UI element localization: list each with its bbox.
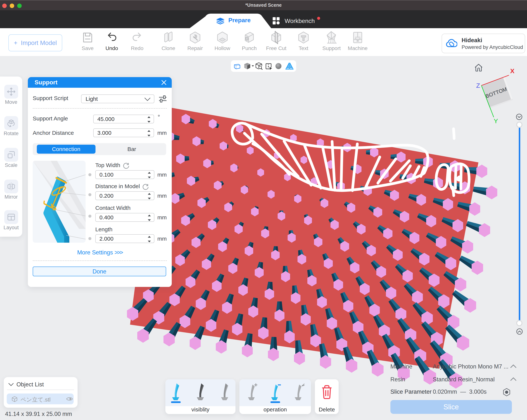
svg-text:Z: Z: [476, 82, 480, 89]
svg-text:Y: Y: [494, 117, 498, 125]
svg-text:X: X: [510, 67, 515, 74]
